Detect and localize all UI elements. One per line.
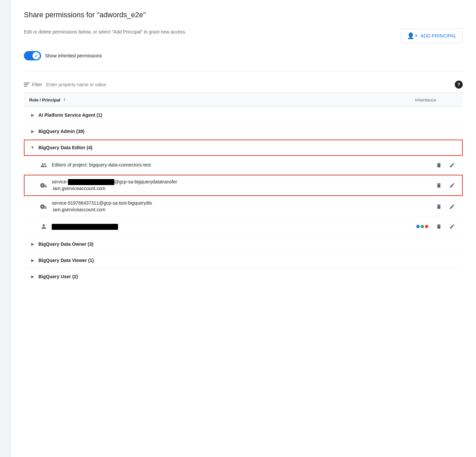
main-content: Share permissions for "adwords_e2e" Edit… [11,0,476,457]
filter-input[interactable] [46,82,451,87]
principal-actions [434,201,463,212]
delete-button[interactable] [434,201,444,212]
principal-name: service-919766437311@gcp-sa-test-bigquer… [52,200,407,213]
principal-name: Editors of project: bigquery-data-connec… [52,162,407,168]
filter-row: Filter ? [24,77,463,93]
table-header-inheritance: Inheritance [415,98,463,102]
edit-button[interactable] [447,201,457,212]
expand-icon: ▶ [29,128,36,135]
filter-text: Filter [32,82,42,87]
inheritance-dots-area [407,225,434,228]
delete-button[interactable] [434,221,444,232]
role-row[interactable]: ▶ BigQuery Data Owner (3) [24,236,463,252]
section-divider [24,71,463,71]
person-add-icon: 👤+ [407,32,418,39]
principal-row-content: service-919766437311@gcp-sa-test-bigquer… [40,200,463,213]
table-header-role: Role / Principal ↑ [24,97,66,103]
principal-row-content [40,221,463,232]
permissions-table: Role / Principal ↑ Inheritance ▶ AI Plat… [24,93,463,285]
inheritance-dot-green [421,225,424,228]
help-icon[interactable]: ? [455,81,463,89]
filter-icon [24,83,30,87]
role-row[interactable]: ▶ BigQuery User (2) [24,269,463,285]
principal-row-service-redacted: service- @gcp-sa-bigquerydatatransfer.ia… [24,175,463,196]
inheritance-dot-blue [416,225,420,228]
inheritance-dot-red [425,225,428,228]
role-name: BigQuery Data Editor (4) [38,145,92,150]
principal-name: service- @gcp-sa-bigquerydatatransfer.ia… [52,179,407,192]
principal-row-content: Editors of project: bigquery-data-connec… [40,160,463,170]
inheritance-dots [416,225,428,228]
toggle-thumb: ✓ [32,52,40,59]
principal-row-content: service- @gcp-sa-bigquerydatatransfer.ia… [40,179,463,192]
role-row-bigquery-data-editor[interactable]: ▼ BigQuery Data Editor (4) [24,140,463,156]
service-account-icon [40,181,48,189]
person-icon [40,223,48,230]
toggle-track: ✓ [24,51,41,60]
principal-actions [434,180,463,191]
add-principal-label: ADD PRINCIPAL [421,33,456,38]
principal-actions [434,221,463,232]
delete-button[interactable] [434,180,444,191]
table-header: Role / Principal ↑ Inheritance [24,93,463,107]
sort-arrow-icon[interactable]: ↑ [63,97,66,103]
edit-button[interactable] [447,221,457,232]
expand-icon: ▶ [29,241,36,247]
principal-actions [434,160,463,170]
edit-button[interactable] [447,160,457,170]
toggle-label: Show inherited permissions [45,53,102,58]
principal-row-service2: service-919766437311@gcp-sa-test-bigquer… [24,196,463,217]
toggle-checkmark-icon: ✓ [34,53,38,58]
redacted-value [68,179,114,185]
left-sidebar [0,0,11,457]
role-name: BigQuery Data Viewer (1) [38,258,94,263]
description-text: Edit or delete permissions below, or sel… [24,29,186,35]
filter-label-area: Filter [24,82,42,87]
role-row[interactable]: ▶ BigQuery Data Viewer (1) [24,252,463,269]
role-name: BigQuery Data Owner (3) [38,241,93,247]
role-name: BigQuery User (2) [38,274,78,279]
delete-button[interactable] [434,160,444,170]
expand-icon: ▶ [29,273,36,280]
description-row: Edit or delete permissions below, or sel… [24,29,463,43]
group-icon [40,161,48,169]
principal-row-person [24,217,463,236]
expand-icon: ▼ [29,144,36,151]
role-row[interactable]: ▶ BigQuery Admin (39) [24,123,463,140]
principal-name [52,224,407,230]
expand-icon: ▶ [29,112,36,118]
role-row[interactable]: ▶ AI Platform Service Agent (1) [24,107,463,123]
toggle-row: ✓ Show inherited permissions [24,51,463,60]
redacted-value [52,224,118,230]
edit-button[interactable] [447,180,457,191]
role-principal-label: Role / Principal [29,98,60,102]
role-name: BigQuery Admin (39) [38,129,85,134]
page-title: Share permissions for "adwords_e2e" [24,11,463,19]
service-account-icon [40,203,48,211]
role-name: AI Platform Service Agent (1) [38,112,102,118]
principal-row: Editors of project: bigquery-data-connec… [24,156,463,175]
add-principal-button[interactable]: 👤+ ADD PRINCIPAL [401,29,463,43]
show-inherited-toggle[interactable]: ✓ [24,51,41,60]
expand-icon: ▶ [29,257,36,264]
